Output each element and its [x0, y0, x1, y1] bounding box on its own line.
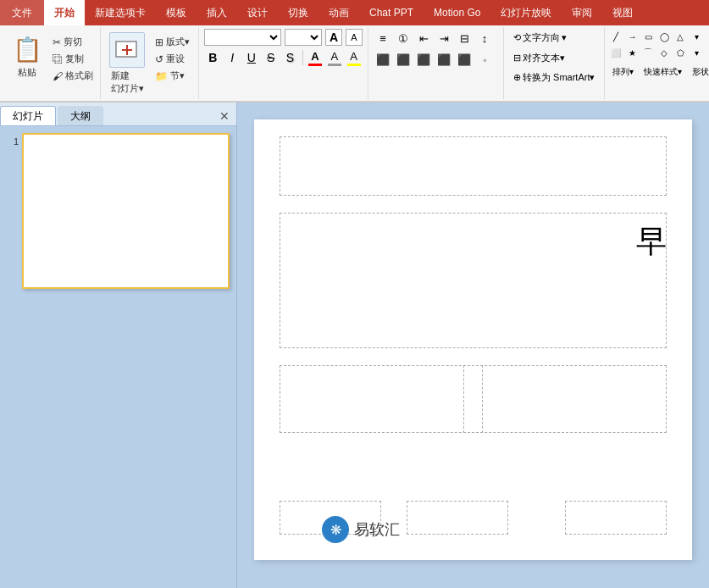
font-name-select[interactable]	[204, 29, 281, 46]
smartart-label: 转换为 SmartArt▾	[523, 71, 595, 84]
tab-insert[interactable]: 新建选项卡	[85, 0, 156, 25]
number-list-button[interactable]: ①	[394, 29, 413, 47]
tab-review-label: 审阅	[572, 6, 592, 20]
ribbon-toolbar: 📋 粘贴 ✂ 剪切 ⿻ 复制 🖌 格式刷	[0, 25, 709, 102]
align-right-button[interactable]: ⬛	[414, 50, 433, 69]
title-placeholder[interactable]	[280, 136, 667, 196]
left-panel: 幻灯片 大纲 ✕ 1	[0, 103, 237, 588]
panel-tab-slides[interactable]: 幻灯片	[0, 106, 56, 125]
panel-close-button[interactable]: ✕	[213, 106, 236, 125]
logo-symbol: ❋	[330, 522, 341, 538]
main-canvas-area[interactable]: 早 ❋ 易软汇	[237, 103, 709, 588]
separator	[302, 50, 303, 65]
reset-button[interactable]: ↺ 重设	[152, 51, 193, 67]
layout-icon: ⊞	[155, 36, 163, 48]
quick-styles-button[interactable]: 快速样式▾	[640, 64, 686, 80]
copy-button[interactable]: ⿻ 复制	[49, 51, 97, 67]
shape-star[interactable]: ★	[624, 45, 640, 60]
shape-pentagon[interactable]: ⬠	[673, 45, 688, 60]
tab-view[interactable]: 视图	[602, 0, 643, 25]
align-center-button[interactable]: ⬛	[394, 50, 413, 69]
convert-smartart-button[interactable]: ⊕ 转换为 SmartArt▾	[509, 69, 599, 86]
columns-button[interactable]: ⊟	[455, 29, 474, 47]
bold-button[interactable]: B	[204, 48, 222, 67]
tab-template[interactable]: 模板	[156, 0, 197, 25]
tab-home[interactable]: 开始	[44, 0, 85, 25]
tab-file[interactable]: 文件	[0, 0, 44, 25]
section-icon: 📁	[155, 70, 168, 82]
justify-button[interactable]: ⬛	[435, 50, 453, 69]
shapes-more[interactable]: ▾	[689, 29, 704, 44]
indent-decrease-button[interactable]: ⇤	[414, 29, 433, 47]
shadow-button[interactable]: S	[281, 48, 299, 67]
strikethrough-button[interactable]: S	[262, 48, 280, 67]
new-slide-icon	[109, 32, 145, 68]
slides-panel[interactable]: 1	[0, 126, 236, 588]
format-brush-button[interactable]: 🖌 格式刷	[49, 68, 97, 84]
shadow-color-button[interactable]: A	[325, 48, 343, 67]
arrange-button[interactable]: 排列▾	[608, 64, 638, 80]
font-size-select[interactable]	[285, 29, 322, 46]
tab-transitions[interactable]: 设计	[237, 0, 278, 25]
align-left-button[interactable]: ⬛	[374, 50, 392, 69]
tab-chatppt[interactable]: 动画	[318, 0, 359, 25]
new-slide-label: 新建幻灯片▾	[111, 69, 144, 95]
tab-animations[interactable]: 切换	[278, 0, 318, 25]
tab-slideshow-label: 幻灯片放映	[501, 6, 551, 20]
align-text-button[interactable]: ⊟ 对齐文本▾	[509, 49, 569, 67]
new-slide-button[interactable]: 新建幻灯片▾	[106, 31, 148, 97]
shape-arrow[interactable]: →	[624, 29, 640, 44]
panel-tab-outline[interactable]: 大纲	[58, 106, 103, 125]
indent-increase-button[interactable]: ⇥	[435, 29, 453, 47]
highlight-color-button[interactable]: A	[345, 48, 363, 67]
shape-oval[interactable]: ◯	[656, 29, 672, 44]
bottom-left-placeholder[interactable]	[280, 365, 483, 433]
font-shrink-button[interactable]: A	[346, 29, 363, 46]
layout-button[interactable]: ⊞ 版式▾	[152, 34, 193, 50]
slide-thumbnail[interactable]	[22, 133, 230, 289]
shape-triangle[interactable]: △	[673, 29, 688, 44]
tab-design[interactable]: 插入	[197, 0, 237, 25]
paste-button[interactable]: 📋 粘贴	[7, 31, 47, 82]
section-button[interactable]: 📁 节▾	[152, 68, 193, 84]
shape-fill-button[interactable]: 形状填充▾	[688, 64, 709, 80]
bullet-list-button[interactable]: ≡	[374, 29, 392, 47]
panel-outline-label: 大纲	[70, 109, 91, 124]
paragraph-expand-button[interactable]: ⬦	[475, 50, 494, 69]
text-direction-button[interactable]: ⟲ 文字方向 ▾	[509, 29, 571, 47]
font-color-button[interactable]: A	[307, 48, 324, 67]
clipboard-small-buttons: ✂ 剪切 ⿻ 复制 🖌 格式刷	[49, 31, 97, 84]
tab-motiongo[interactable]: Motion Go	[424, 0, 490, 25]
bottom-right-placeholder[interactable]	[463, 365, 667, 433]
shape-rect[interactable]: ▭	[640, 29, 656, 44]
font-grow-button[interactable]: A	[325, 29, 342, 46]
tab-transitions-label: 设计	[247, 6, 268, 20]
shape-line[interactable]: ╱	[608, 29, 623, 44]
content-placeholder[interactable]	[280, 213, 667, 348]
align-text-icon: ⊟	[513, 53, 521, 64]
tab-motion-label: Chat PPT	[369, 7, 413, 19]
font-color-icon: A	[311, 50, 318, 63]
slide-canvas[interactable]: 早 ❋ 易软汇	[254, 119, 692, 560]
tab-chatppt-label: 动画	[329, 6, 349, 20]
tab-template-label: 模板	[166, 6, 186, 20]
logo-text: 易软汇	[354, 519, 400, 540]
cut-button[interactable]: ✂ 剪切	[49, 34, 97, 50]
line-spacing-button[interactable]: ↕	[475, 29, 494, 47]
footer-placeholder[interactable]	[407, 501, 508, 535]
shape-connector[interactable]: ⌒	[640, 45, 656, 60]
distribute-button[interactable]: ⬛	[455, 50, 474, 69]
slide-small-buttons: ⊞ 版式▾ ↺ 重设 📁 节▾	[152, 31, 193, 84]
shape-callout[interactable]: ⬜	[608, 45, 623, 60]
page-placeholder[interactable]	[565, 501, 667, 535]
tab-review[interactable]: 审阅	[562, 0, 602, 25]
slide-thumb-item: 1	[7, 133, 230, 289]
tab-slideshow[interactable]: 幻灯片放映	[490, 0, 562, 25]
italic-button[interactable]: I	[224, 48, 241, 67]
underline-button[interactable]: U	[243, 48, 261, 67]
tab-motion[interactable]: Chat PPT	[359, 0, 424, 25]
shapes-scroll[interactable]: ▾	[689, 45, 704, 60]
shape-diamond[interactable]: ◇	[656, 45, 672, 60]
clipboard-section: 📋 粘贴 ✂ 剪切 ⿻ 复制 🖌 格式刷	[3, 27, 101, 99]
font-section: A A B I U S S A A A	[199, 27, 368, 99]
